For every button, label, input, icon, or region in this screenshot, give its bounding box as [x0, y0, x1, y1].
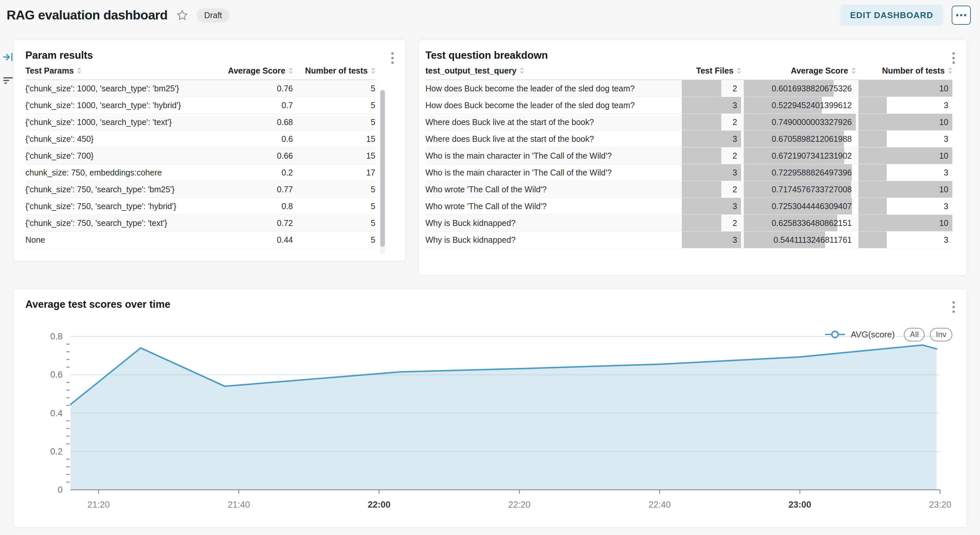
average-score-cell: 0.6	[210, 131, 293, 147]
data-bar	[858, 198, 887, 214]
collapse-panel-icon[interactable]	[3, 51, 14, 64]
number-of-tests-cell: 5	[293, 198, 375, 214]
test-params-cell: None	[25, 232, 210, 248]
table-row[interactable]: Who is the main character in 'The Call o…	[425, 147, 952, 164]
data-bar	[858, 97, 887, 113]
page-title: RAG evaluation dashboard	[6, 8, 168, 22]
average-score-cell-value: 0.6258336480862151	[772, 218, 856, 228]
number-of-tests-cell-value: 10	[939, 218, 952, 228]
data-bar	[682, 164, 741, 181]
more-options-button[interactable]	[952, 6, 971, 25]
table-row[interactable]: {'chunk_size': 1000, 'search_type': 'hyb…	[25, 97, 375, 114]
table-row[interactable]: Where does Buck live at the start of the…	[425, 131, 952, 147]
table-row[interactable]: Who is the main character in 'The Call o…	[425, 164, 952, 181]
table-row[interactable]: {'chunk_size': 750, 'search_type': 'text…	[25, 215, 375, 232]
average-score-cell-value: 0.7253044446309407	[772, 201, 856, 211]
test-params-cell: {'chunk_size': 700}	[25, 147, 210, 164]
panel-title: Average test scores over time	[25, 299, 170, 310]
panel-title: Test question breakdown	[425, 50, 548, 61]
table-row[interactable]: {'chunk_size': 1000, 'search_type': 'bm2…	[25, 80, 375, 97]
favorite-star-icon[interactable]	[176, 9, 188, 21]
scrollbar-thumb[interactable]	[380, 90, 385, 247]
table-row[interactable]: How does Buck become the leader of the s…	[425, 80, 952, 97]
test-params-cell: {'chunk_size': 1000, 'search_type': 'hyb…	[25, 97, 210, 113]
number-of-tests-cell: 5	[293, 97, 375, 113]
number-of-tests-cell: 15	[293, 147, 375, 164]
filter-icon[interactable]	[3, 77, 14, 86]
x-tick-label: 22:40	[649, 500, 671, 509]
edit-dashboard-button[interactable]: EDIT DASHBOARD	[840, 5, 943, 26]
panel-menu-icon[interactable]	[389, 50, 396, 67]
column-label: Test Params	[25, 66, 74, 75]
x-tick-label: 21:40	[228, 500, 250, 509]
table-row[interactable]: None0.445	[25, 232, 375, 248]
number-of-tests-cell: 10	[858, 215, 952, 231]
test-query-cell: Who wrote 'The Call of the Wild'?	[425, 198, 679, 214]
data-bar	[682, 147, 721, 164]
sort-icon	[520, 67, 524, 74]
average-score-cell: 0.68	[210, 114, 293, 130]
test-params-cell: {'chunk_size': 750, 'search_type': 'hybr…	[25, 198, 210, 214]
scores-area-chart[interactable]: 00.20.40.60.821:2021:4022:0022:2022:4023…	[25, 332, 966, 523]
test-query-cell: Who is the main character in 'The Call o…	[425, 164, 679, 181]
test-query-cell: Who wrote 'The Call of the Wild'?	[425, 181, 679, 198]
average-score-cell: 0.6721907341231902	[744, 147, 856, 164]
test-files-cell: 3	[682, 97, 741, 113]
table-row[interactable]: {'chunk_size': 1000, 'search_type': 'tex…	[25, 114, 375, 131]
average-score-cell-value: 0.7490000003327926	[772, 117, 856, 127]
data-bar	[682, 97, 741, 113]
number-of-tests-cell-value: 10	[939, 117, 952, 127]
column-header-number-of-tests[interactable]: Number of tests	[293, 66, 375, 75]
column-header-average-score[interactable]: Average Score	[210, 66, 293, 75]
test-params-cell: {'chunk_size': 450}	[25, 131, 210, 147]
table-row[interactable]: {'chunk_size': 450}0.615	[25, 131, 375, 147]
number-of-tests-cell: 10	[858, 147, 952, 164]
test-files-cell-value: 2	[733, 218, 741, 228]
sort-icon	[737, 67, 741, 74]
table-row[interactable]: chunk_size: 750, embeddings:cohere0.217	[25, 164, 375, 181]
sort-icon	[948, 67, 952, 74]
table-row[interactable]: Who wrote 'The Call of the Wild'?20.7174…	[425, 181, 952, 198]
data-bar	[682, 80, 721, 97]
data-bar	[858, 80, 952, 97]
number-of-tests-cell-value: 10	[939, 151, 952, 161]
table-row[interactable]: Who wrote 'The Call of the Wild'?30.7253…	[425, 198, 952, 215]
test-params-cell: {'chunk_size': 1000, 'search_type': 'tex…	[25, 114, 210, 130]
table-row[interactable]: {'chunk_size': 750, 'search_type': 'bm25…	[25, 181, 375, 198]
x-tick-label: 22:20	[508, 500, 531, 509]
column-header-number-of-tests[interactable]: Number of tests	[858, 66, 952, 75]
column-header-test-files[interactable]: Test Files	[682, 66, 741, 75]
param-results-table: Test Params Average Score Number of test…	[25, 62, 375, 248]
column-header-average-score[interactable]: Average Score	[744, 66, 856, 75]
table-row[interactable]: {'chunk_size': 700}0.6615	[25, 147, 375, 164]
number-of-tests-cell: 17	[293, 164, 375, 181]
param-results-panel: Param results Test Params Average Score …	[13, 40, 406, 261]
test-files-cell: 2	[682, 80, 741, 97]
sort-icon	[371, 67, 375, 74]
column-header-test-params[interactable]: Test Params	[25, 66, 210, 75]
average-score-cell: 0.6016938820675326	[744, 80, 856, 97]
average-score-cell-value: 0.5229452401399612	[772, 101, 856, 110]
number-of-tests-cell: 3	[858, 164, 952, 181]
table-header-row: test_output_test_query Test Files Averag…	[425, 62, 952, 80]
panel-header: Test question breakdown	[419, 40, 967, 62]
test-files-cell: 2	[682, 114, 741, 130]
column-header-test-query[interactable]: test_output_test_query	[425, 66, 679, 75]
table-row[interactable]: Where does Buck live at the start of the…	[425, 114, 952, 131]
table-row[interactable]: Why is Buck kidnapped?20.625833648086215…	[425, 215, 952, 232]
number-of-tests-cell: 3	[858, 232, 952, 248]
average-score-cell: 0.7	[210, 97, 293, 113]
number-of-tests-cell: 5	[293, 232, 375, 248]
data-bar	[858, 164, 887, 181]
average-score-cell: 0.77	[210, 181, 293, 198]
test-query-cell: How does Buck become the leader of the s…	[425, 80, 679, 97]
table-row[interactable]: Why is Buck kidnapped?30.544111324681176…	[425, 232, 952, 248]
average-score-cell-value: 0.7174576733727008	[772, 185, 856, 194]
table-row[interactable]: {'chunk_size': 750, 'search_type': 'hybr…	[25, 198, 375, 215]
y-tick-label: 0.8	[50, 332, 63, 342]
panel-title: Param results	[25, 50, 93, 61]
table-row[interactable]: How does Buck become the leader of the s…	[425, 97, 952, 114]
number-of-tests-cell-value: 3	[944, 168, 952, 177]
panel-menu-icon[interactable]	[950, 299, 957, 316]
test-files-cell: 2	[682, 147, 741, 164]
